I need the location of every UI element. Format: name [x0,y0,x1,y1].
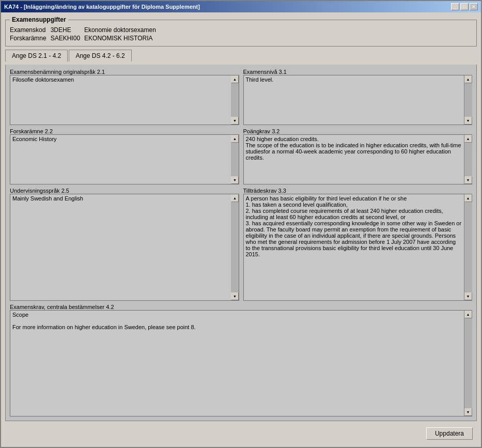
examensuppgifter-title: Examensuppgifter [10,16,68,23]
undervisningssprak-container: ▲ ▼ [10,194,239,300]
forskaramne-scrollbar: ▲ ▼ [231,135,239,184]
content-area: Examensuppgifter Examenskod 3DEHE Ekonom… [1,12,481,447]
examenskrav-scroll-down[interactable]: ▼ [464,408,472,416]
examensniva-label: Examensnivå 3.1 [243,69,473,75]
forskaramne-container: ▲ ▼ [10,134,239,184]
examenskrav-scroll-track[interactable] [464,318,472,408]
undervisningssprak-col: Undervisningsspråk 2.5 ▲ ▼ [10,188,239,300]
examensniva-input[interactable] [244,75,464,125]
examensbenamning-scroll-track[interactable] [231,83,239,117]
poangkrav-scroll-track[interactable] [464,143,472,176]
examenskrav-input[interactable] [10,311,464,416]
examenskod-label: Examenskod [10,26,46,34]
row-2: Forskarämne 2.2 ▲ ▼ Poängkrav 3.2 [10,128,472,184]
close-button[interactable]: ✕ [470,3,478,10]
tilltradeskrav-col: Tillträdeskrav 3.3 ▲ ▼ [243,188,473,300]
examenskrav-scrollbar: ▲ ▼ [464,311,472,416]
undervisningssprak-scroll-up[interactable]: ▲ [231,194,239,202]
undervisningssprak-scroll-track[interactable] [231,202,239,292]
tab-bar: Ange DS 2.1 - 4.2 Ange DS 4.2 - 6.2 [5,50,477,61]
forskaramne-value: SAEKHI00 [51,35,80,42]
forskaramne-scroll-down[interactable]: ▼ [231,176,239,184]
forskaramne-extra: EKONOMISK HISTORIA [84,35,472,42]
poangkrav-input[interactable] [244,135,464,184]
window-title: KA74 - [Inläggning/ändring av katalogupp… [4,4,200,10]
examensbenamning-scrollbar: ▲ ▼ [231,75,239,125]
tab-panel: Examensbenämning originalspråk 2.1 ▲ ▼ E… [5,65,477,421]
examensuppgifter-group: Examensuppgifter Examenskod 3DEHE Ekonom… [5,20,477,47]
minimize-button[interactable]: _ [451,3,459,10]
row-1: Examensbenämning originalspråk 2.1 ▲ ▼ E… [10,69,472,125]
row-3: Undervisningsspråk 2.5 ▲ ▼ Tillträdeskra… [10,188,472,300]
examenskod-extra: Ekonomie doktorsexamen [84,26,472,34]
maximize-button[interactable]: □ [460,3,469,10]
poangkrav-scrollbar: ▲ ▼ [464,135,472,184]
tilltradeskrav-scroll-track[interactable] [464,202,472,292]
forskaramne-col: Forskarämne 2.2 ▲ ▼ [10,128,239,184]
examensbenamning-col: Examensbenämning originalspråk 2.1 ▲ ▼ [10,69,239,125]
examensniva-scroll-down[interactable]: ▼ [464,117,472,125]
undervisningssprak-scrollbar: ▲ ▼ [231,194,239,300]
tilltradeskrav-label: Tillträdeskrav 3.3 [243,188,473,194]
tilltradeskrav-scroll-down[interactable]: ▼ [464,292,472,300]
examensbenamning-container: ▲ ▼ [10,75,239,125]
forskaramne-scroll-up[interactable]: ▲ [231,135,239,143]
forskaramne-input[interactable] [10,135,231,184]
forskaramne-scroll-track[interactable] [231,143,239,176]
examensniva-scroll-track[interactable] [464,83,472,117]
examenskrav-scroll-up[interactable]: ▲ [464,311,472,318]
undervisningssprak-input[interactable] [10,194,231,300]
poangkrav-label: Poängkrav 3.2 [243,128,473,134]
examenskod-value: 3DEHE [51,26,80,34]
tilltradeskrav-scroll-up[interactable]: ▲ [464,194,472,202]
poangkrav-scroll-up[interactable]: ▲ [464,135,472,143]
uppdatera-button[interactable]: Uppdatera [426,427,473,440]
undervisningssprak-label: Undervisningsspråk 2.5 [10,188,239,194]
poangkrav-container: ▲ ▼ [243,134,473,184]
exam-grid: Examenskod 3DEHE Ekonomie doktorsexamen … [10,26,472,42]
examensbenamning-label: Examensbenämning originalspråk 2.1 [10,69,239,75]
tilltradeskrav-container: ▲ ▼ [243,194,473,300]
examenskrav-container: ▲ ▼ [10,310,472,416]
examensniva-col: Examensnivå 3.1 ▲ ▼ [243,69,473,125]
examenskrav-label: Examenskrav, centrala bestämmelser 4.2 [10,304,472,310]
examensbenamning-scroll-up[interactable]: ▲ [231,75,239,83]
examensniva-scrollbar: ▲ ▼ [464,75,472,125]
forskaramne-field-label: Forskarämne 2.2 [10,128,239,134]
examensniva-scroll-up[interactable]: ▲ [464,75,472,83]
poangkrav-scroll-down[interactable]: ▼ [464,176,472,184]
examensbenamning-scroll-down[interactable]: ▼ [231,117,239,125]
tab-ds42-62[interactable]: Ange DS 4.2 - 6.2 [69,50,131,61]
forskaramne-label: Forskarämne [10,35,46,42]
window-controls: _ □ ✕ [451,3,478,10]
poangkrav-col: Poängkrav 3.2 ▲ ▼ [243,128,473,184]
examenskrav-col: Examenskrav, centrala bestämmelser 4.2 ▲… [10,304,472,416]
tilltradeskrav-scrollbar: ▲ ▼ [464,194,472,300]
main-window: KA74 - [Inläggning/ändring av katalogupp… [0,0,482,448]
tilltradeskrav-input[interactable] [244,194,464,300]
examensniva-container: ▲ ▼ [243,75,473,125]
undervisningssprak-scroll-down[interactable]: ▼ [231,292,239,300]
title-bar: KA74 - [Inläggning/ändring av katalogupp… [1,1,481,12]
tab-ds21-42[interactable]: Ange DS 2.1 - 4.2 [5,50,68,62]
examensbenamning-input[interactable] [10,75,231,125]
bottom-bar: Uppdatera [5,424,477,443]
